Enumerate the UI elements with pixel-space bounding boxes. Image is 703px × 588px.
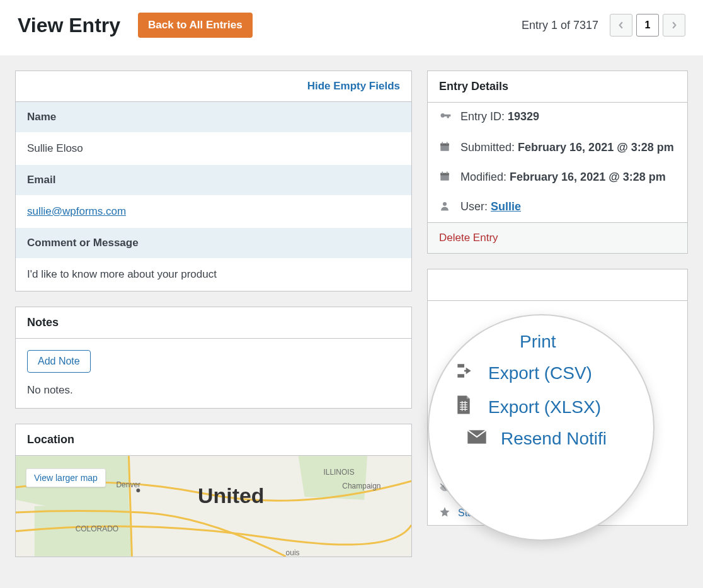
svg-rect-5 [447, 142, 448, 145]
detail-text: User: Sullie [460, 200, 521, 213]
zoom-lens: Print Export (CSV) Export (XLSX) Resend … [428, 314, 654, 541]
action-print-label: Print [520, 332, 556, 352]
pager-next-button[interactable] [663, 14, 685, 37]
entry-details-panel: Entry Details Entry ID: 19329 Submitted:… [427, 71, 688, 254]
field-label-email: Email [16, 165, 411, 195]
svg-rect-4 [442, 142, 443, 145]
user-link[interactable]: Sullie [491, 200, 521, 213]
detail-text: Entry ID: 19329 [460, 110, 539, 123]
email-link[interactable]: sullie@wpforms.com [27, 205, 126, 217]
left-column: Hide Empty Fields Name Sullie Eloso Emai… [15, 71, 412, 557]
action-resend[interactable]: Resend Notifi [467, 429, 632, 449]
svg-point-1 [136, 489, 140, 492]
entry-fields-header: Hide Empty Fields [16, 71, 411, 102]
star-icon [439, 506, 452, 520]
svg-rect-3 [440, 144, 449, 146]
map-label-champaign: Champaign [342, 482, 380, 490]
entry-count: Entry 1 of 7317 [522, 19, 598, 32]
view-larger-map-button[interactable]: View larger map [26, 468, 106, 487]
calendar-icon [439, 171, 453, 185]
map-label-country: United [198, 483, 264, 507]
file-icon [454, 394, 477, 420]
map-label-illinois: ILLINOIS [323, 468, 354, 477]
location-header: Location [16, 424, 411, 456]
map-label-louis: ouis [286, 548, 300, 557]
delete-row: Delete Entry [428, 222, 687, 253]
action-export-csv-label: Export (CSV) [488, 363, 592, 383]
entry-details-header: Entry Details [428, 71, 687, 103]
svg-rect-7 [440, 173, 449, 176]
svg-rect-8 [442, 172, 443, 174]
calendar-icon [439, 141, 453, 155]
field-label-comment: Comment or Message [16, 228, 411, 258]
top-right: Entry 1 of 7317 [522, 14, 685, 37]
top-bar: View Entry Back to All Entries Entry 1 o… [0, 0, 703, 55]
pager-input[interactable] [636, 14, 659, 37]
user-icon [439, 200, 453, 215]
map-label-denver: Denver [116, 480, 140, 489]
hide-empty-fields-link[interactable]: Hide Empty Fields [307, 80, 400, 93]
right-column: Entry Details Entry ID: 19329 Submitted:… [427, 71, 688, 526]
chevron-left-icon [617, 21, 625, 29]
detail-user: User: Sullie [428, 193, 687, 222]
top-left: View Entry Back to All Entries [18, 13, 253, 38]
notes-body: Add Note No notes. [16, 339, 411, 408]
entry-fields-panel: Hide Empty Fields Name Sullie Eloso Emai… [15, 71, 412, 291]
detail-submitted: Submitted: February 16, 2021 @ 3:28 pm [428, 133, 687, 163]
chevron-right-icon [670, 21, 678, 29]
detail-text: Submitted: February 16, 2021 @ 3:28 pm [460, 141, 674, 154]
actions-header [428, 269, 687, 301]
mail-icon [467, 429, 489, 449]
no-notes-text: No notes. [27, 384, 400, 397]
location-panel: Location COLORADO ILLINOIS Denver Champa… [15, 424, 412, 557]
action-export-csv[interactable]: Export (CSV) [454, 361, 632, 385]
notes-header: Notes [16, 307, 411, 339]
field-value-email: sullie@wpforms.com [16, 195, 411, 228]
svg-point-10 [443, 202, 447, 206]
export-icon [454, 361, 477, 385]
svg-rect-9 [447, 172, 448, 174]
pager [610, 14, 685, 37]
map[interactable]: COLORADO ILLINOIS Denver Champaign Unite… [16, 456, 411, 557]
map-label-colorado: COLORADO [76, 524, 118, 533]
content: Hide Empty Fields Name Sullie Eloso Emai… [0, 55, 703, 572]
key-icon [439, 110, 453, 126]
detail-text: Modified: February 16, 2021 @ 3:28 pm [460, 171, 666, 184]
action-export-xlsx-label: Export (XLSX) [488, 397, 601, 417]
page-title: View Entry [18, 14, 120, 37]
detail-entry-id: Entry ID: 19329 [428, 103, 687, 133]
action-export-xlsx[interactable]: Export (XLSX) [454, 394, 632, 420]
svg-rect-12 [464, 370, 467, 372]
field-value-comment: I'd like to know more about your product [16, 258, 411, 291]
pager-prev-button[interactable] [610, 14, 632, 37]
detail-modified: Modified: February 16, 2021 @ 3:28 pm [428, 163, 687, 193]
back-to-entries-button[interactable]: Back to All Entries [138, 13, 253, 38]
field-label-name: Name [16, 102, 411, 132]
delete-entry-link[interactable]: Delete Entry [439, 232, 498, 244]
action-resend-label: Resend Notifi [501, 429, 607, 449]
field-value-name: Sullie Eloso [16, 132, 411, 165]
add-note-button[interactable]: Add Note [27, 350, 91, 373]
notes-panel: Notes Add Note No notes. [15, 307, 412, 409]
